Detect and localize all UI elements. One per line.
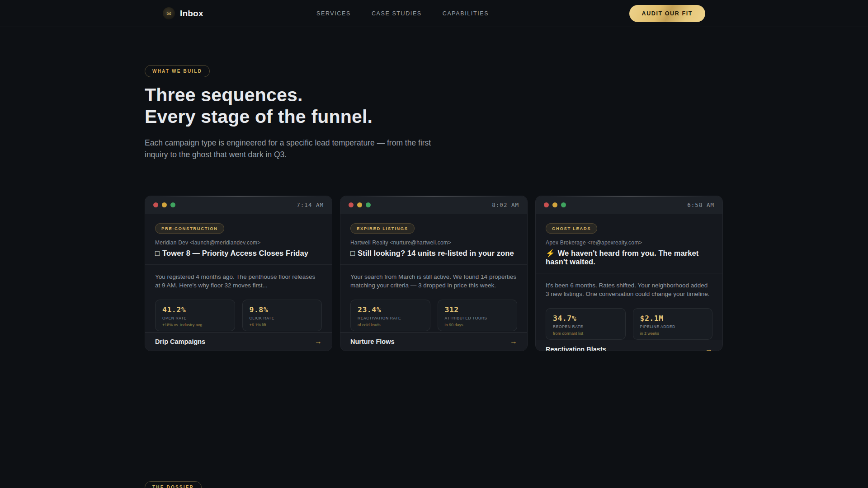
brand[interactable]: ✉ Inbox — [163, 7, 203, 19]
window-dots — [544, 202, 566, 207]
subject-text: We haven't heard from you. The market ha… — [546, 249, 698, 266]
nav-link-capabilities[interactable]: CAPABILITIES — [443, 10, 489, 17]
email-preview: Your search from March is still active. … — [350, 272, 517, 290]
arrow-right-icon: → — [315, 338, 322, 346]
stat-note: of cold leads — [358, 323, 423, 327]
email-time: 6:58 AM — [687, 202, 714, 208]
window-dot-red-icon — [349, 202, 354, 207]
email-card-reactivation-blasts: 6:58 AM GHOST LEADS Apex Brokerage <re@a… — [535, 196, 723, 351]
section-badge: WHAT WE BUILD — [145, 65, 210, 77]
campaign-cards: 7:14 AM PRE-CONSTRUCTION Meridian Dev <l… — [145, 196, 723, 351]
window-dot-yellow-icon — [162, 202, 167, 207]
stat-label: OPEN RATE — [162, 316, 228, 320]
campaign-link-label: Nurture Flows — [350, 338, 394, 345]
window-dot-green-icon — [366, 202, 371, 207]
window-dot-yellow-icon — [357, 202, 362, 207]
stat-box: 312 ATTRIBUTED TOURS in 90 days — [438, 300, 518, 331]
window-dot-red-icon — [153, 202, 158, 207]
divider — [340, 264, 527, 265]
email-sender: Apex Brokerage <re@apexrealty.com> — [546, 239, 712, 246]
divider — [536, 273, 722, 273]
stat-value: 9.8% — [250, 305, 315, 314]
subject-emoji: □ — [350, 249, 355, 257]
next-section-badge: THE DOSSIER — [145, 481, 202, 488]
stats-row: 34.7% REOPEN RATE from dormant list $2.1… — [546, 308, 712, 340]
campaign-link-drip-campaigns[interactable]: Drip Campaigns → — [145, 332, 332, 351]
email-card-drip-campaigns: 7:14 AM PRE-CONSTRUCTION Meridian Dev <l… — [145, 196, 332, 351]
nav-link-services[interactable]: SERVICES — [316, 10, 351, 17]
window-dot-green-icon — [170, 202, 175, 207]
arrow-right-icon: → — [510, 338, 517, 346]
email-sender: Hartwell Realty <nurture@hartwell.com> — [350, 239, 517, 246]
stat-value: 34.7% — [553, 314, 618, 323]
arrow-right-icon: → — [705, 345, 712, 351]
stat-note: +6.1% lift — [250, 323, 315, 327]
title-line-1: Three sequences. — [145, 84, 723, 106]
email-time: 8:02 AM — [492, 202, 519, 208]
email-body: EXPIRED LISTINGS Hartwell Realty <nurtur… — [340, 214, 527, 332]
audit-our-fit-button[interactable]: AUDIT OUR FIT — [629, 5, 705, 22]
stat-box: 9.8% CLICK RATE +6.1% lift — [242, 300, 322, 331]
email-card-nurture-flows: 8:02 AM EXPIRED LISTINGS Hartwell Realty… — [340, 196, 528, 351]
stat-box: $2.1M PIPELINE ADDED in 2 weeks — [633, 308, 713, 340]
campaign-link-label: Reactivation Blasts — [546, 346, 606, 351]
title-line-2: Every stage of the funnel. — [145, 106, 723, 127]
page-title: Three sequences. Every stage of the funn… — [145, 84, 723, 128]
subject-text: Still looking? 14 units re-listed in you… — [358, 249, 514, 257]
campaign-link-reactivation-blasts[interactable]: Reactivation Blasts → — [536, 340, 722, 351]
top-nav: ✉ Inbox SERVICES CASE STUDIES CAPABILITI… — [0, 0, 868, 27]
window-titlebar: 6:58 AM — [536, 196, 722, 214]
stat-box: 34.7% REOPEN RATE from dormant list — [546, 308, 626, 340]
campaign-link-label: Drip Campaigns — [155, 338, 205, 345]
divider — [145, 264, 332, 265]
main-content: WHAT WE BUILD Three sequences. Every sta… — [145, 27, 723, 351]
window-titlebar: 8:02 AM — [340, 196, 527, 214]
campaign-link-nurture-flows[interactable]: Nurture Flows → — [340, 332, 527, 351]
segment-tag: GHOST LEADS — [546, 223, 597, 234]
subject-emoji: ⚡ — [546, 249, 555, 257]
email-subject: □Tower 8 — Priority Access Closes Friday — [155, 249, 322, 258]
window-dots — [153, 202, 175, 207]
email-subject: ⚡We haven't heard from you. The market h… — [546, 249, 712, 266]
nav-link-case-studies[interactable]: CASE STUDIES — [372, 10, 422, 17]
stat-value: 312 — [445, 305, 510, 314]
email-preview: It's been 6 months. Rates shifted. Your … — [546, 281, 712, 298]
window-dot-green-icon — [561, 202, 566, 207]
section-subtitle: Each campaign type is engineered for a s… — [145, 137, 448, 160]
subject-text: Tower 8 — Priority Access Closes Friday — [162, 249, 308, 257]
stat-label: CLICK RATE — [250, 316, 315, 320]
stat-label: REOPEN RATE — [553, 324, 618, 329]
stat-value: 23.4% — [358, 305, 423, 314]
nav-links: SERVICES CASE STUDIES CAPABILITIES — [316, 10, 489, 17]
email-body: PRE-CONSTRUCTION Meridian Dev <launch@me… — [145, 214, 332, 332]
stat-label: REACTIVATION RATE — [358, 316, 423, 320]
stat-box: 23.4% REACTIVATION RATE of cold leads — [350, 300, 430, 331]
stat-note: from dormant list — [553, 331, 618, 336]
stat-note: +18% vs. industry avg — [162, 323, 228, 327]
window-dot-red-icon — [544, 202, 549, 207]
window-titlebar: 7:14 AM — [145, 196, 332, 214]
stat-value: 41.2% — [162, 305, 228, 314]
brand-logo-icon: ✉ — [163, 7, 175, 19]
email-sender: Meridian Dev <launch@meridiandev.com> — [155, 239, 322, 246]
stat-box: 41.2% OPEN RATE +18% vs. industry avg — [155, 300, 235, 331]
stats-row: 23.4% REACTIVATION RATE of cold leads 31… — [350, 300, 517, 331]
brand-name: Inbox — [180, 9, 203, 19]
stat-value: $2.1M — [640, 314, 706, 323]
email-time: 7:14 AM — [297, 202, 324, 208]
stat-label: ATTRIBUTED TOURS — [445, 316, 510, 320]
segment-tag: EXPIRED LISTINGS — [350, 223, 415, 234]
stats-row: 41.2% OPEN RATE +18% vs. industry avg 9.… — [155, 300, 322, 331]
segment-tag: PRE-CONSTRUCTION — [155, 223, 224, 234]
email-subject: □Still looking? 14 units re-listed in yo… — [350, 249, 517, 258]
stat-label: PIPELINE ADDED — [640, 324, 706, 329]
stat-note: in 2 weeks — [640, 331, 706, 336]
email-preview: You registered 4 months ago. The penthou… — [155, 272, 322, 290]
stat-note: in 90 days — [445, 323, 510, 327]
brand-glyph: ✉ — [166, 10, 171, 16]
window-dot-yellow-icon — [552, 202, 557, 207]
subject-emoji: □ — [155, 249, 160, 257]
window-dots — [349, 202, 371, 207]
email-body: GHOST LEADS Apex Brokerage <re@apexrealt… — [536, 214, 722, 340]
